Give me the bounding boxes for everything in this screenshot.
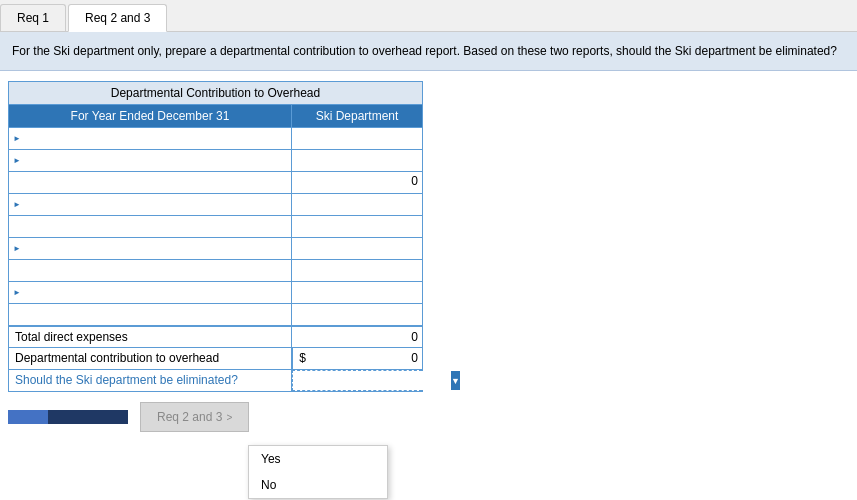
cell-label-5[interactable] xyxy=(9,216,292,237)
dropdown-option-no[interactable]: No xyxy=(249,472,387,498)
table-title: Departmental Contribution to Overhead xyxy=(9,82,422,105)
cell-value-2[interactable] xyxy=(292,150,422,171)
data-row-5 xyxy=(9,215,422,237)
data-row-2: ► xyxy=(9,149,422,171)
contribution-table: Departmental Contribution to Overhead Fo… xyxy=(8,81,423,392)
cell-label-9[interactable] xyxy=(9,304,292,325)
total-direct-label: Total direct expenses xyxy=(9,327,292,347)
table-header: For Year Ended December 31 Ski Departmen… xyxy=(9,105,422,127)
total-direct-value[interactable]: 0 xyxy=(292,327,422,347)
dropdown-input[interactable] xyxy=(293,371,451,390)
dropdown-popup: Yes No xyxy=(248,445,388,499)
contribution-value[interactable]: 0 xyxy=(312,348,422,369)
tabs-bar: Req 1 Req 2 and 3 xyxy=(0,0,857,32)
arrow-icon-2: ► xyxy=(13,156,21,165)
contribution-row: Departmental contribution to overhead $ … xyxy=(9,347,422,369)
contribution-dollar: $ xyxy=(292,348,312,369)
bottom-bar: Req 2 and 3 > xyxy=(8,402,849,432)
data-row-3: 0 xyxy=(9,171,422,193)
dropdown-arrow-button[interactable]: ▼ xyxy=(451,371,460,390)
col-value-header: Ski Department xyxy=(292,105,422,127)
dropdown-cell[interactable]: ▼ xyxy=(292,370,422,391)
cell-value-6[interactable] xyxy=(292,238,422,259)
cell-value-3[interactable]: 0 xyxy=(292,172,422,193)
dropdown-option-yes[interactable]: Yes xyxy=(249,446,387,472)
cell-value-5[interactable] xyxy=(292,216,422,237)
data-row-9 xyxy=(9,303,422,325)
col-label-header: For Year Ended December 31 xyxy=(9,105,292,127)
cell-label-8[interactable]: ► xyxy=(9,282,292,303)
cell-value-4[interactable] xyxy=(292,194,422,215)
data-row-6: ► xyxy=(9,237,422,259)
cell-label-4[interactable]: ► xyxy=(9,194,292,215)
total-direct-row: Total direct expenses 0 xyxy=(9,325,422,347)
cell-label-3[interactable] xyxy=(9,172,292,193)
data-row-7 xyxy=(9,259,422,281)
cell-value-9[interactable] xyxy=(292,304,422,325)
prev-button[interactable] xyxy=(8,410,48,424)
cell-label-1[interactable]: ► xyxy=(9,128,292,149)
arrow-icon-6: ► xyxy=(13,244,21,253)
cell-value-8[interactable] xyxy=(292,282,422,303)
dropdown-row: Should the Ski department be eliminated?… xyxy=(9,369,422,391)
next-button-label: Req 2 and 3 xyxy=(157,410,222,424)
arrow-icon-1: ► xyxy=(13,134,21,143)
data-row-1: ► xyxy=(9,127,422,149)
cell-label-7[interactable] xyxy=(9,260,292,281)
dropdown-label: Should the Ski department be eliminated? xyxy=(9,370,292,391)
submit-button[interactable] xyxy=(48,410,128,424)
cell-value-7[interactable] xyxy=(292,260,422,281)
tab-req23[interactable]: Req 2 and 3 xyxy=(68,4,167,32)
contribution-label: Departmental contribution to overhead xyxy=(9,348,292,369)
data-row-4: ► xyxy=(9,193,422,215)
arrow-icon-4: ► xyxy=(13,200,21,209)
next-chevron-icon: > xyxy=(226,412,232,423)
cell-label-6[interactable]: ► xyxy=(9,238,292,259)
next-button[interactable]: Req 2 and 3 > xyxy=(140,402,249,432)
cell-label-2[interactable]: ► xyxy=(9,150,292,171)
instructions-text: For the Ski department only, prepare a d… xyxy=(0,32,857,71)
cell-value-1[interactable] xyxy=(292,128,422,149)
arrow-icon-8: ► xyxy=(13,288,21,297)
data-row-8: ► xyxy=(9,281,422,303)
tab-req1[interactable]: Req 1 xyxy=(0,4,66,31)
